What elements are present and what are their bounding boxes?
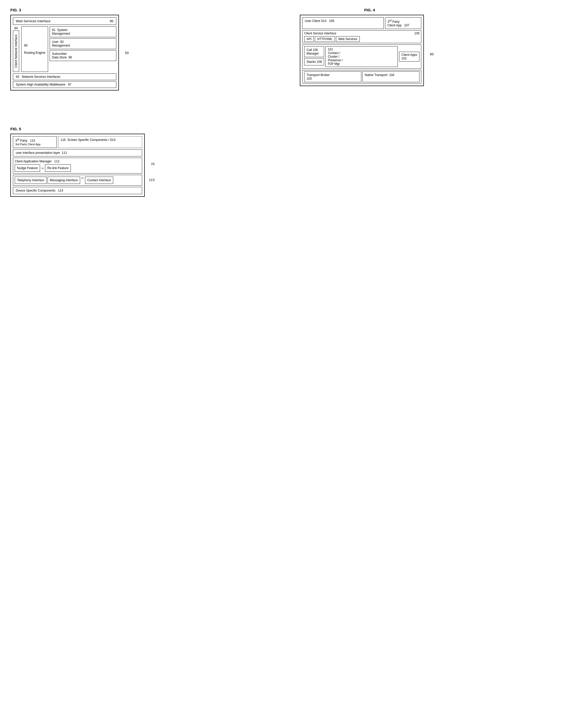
fig3-left-num: 94 (14, 26, 18, 30)
fig3-label: FIG. 3 (10, 8, 119, 12)
top-row: FIG. 3 Web Services Interface 95 94 Clie… (10, 8, 578, 90)
fig4-ref-60: 60 (430, 52, 434, 56)
fig5-telephony: Telephony Interface (15, 177, 46, 184)
fig4-transport-row: Transport Broker 103 Native Transport 10… (302, 70, 421, 83)
fig4-web-services: Web Services (336, 36, 360, 42)
fig4-middle-section: Call 100Manager Stacks 108 101Contact /C… (302, 44, 421, 69)
fig5-relink-feature: Re-link Feature (45, 164, 71, 172)
fig3-system-mgmt: 91 SystemManagement (50, 26, 116, 37)
fig4-top-row: User Client GUI 106 3rd PartyClient App … (302, 17, 421, 29)
fig4-contact-cluster: 101Contact /Cluster /Presence /P2P Mgr (326, 46, 398, 67)
fig4-column: FIG. 4 User Client GUI 106 3rd PartyClie… (300, 8, 424, 90)
fig5-device-specific: Device Specific Components 114 (13, 187, 142, 194)
fig3-user-mgmt: User 92Management (50, 38, 116, 49)
fig4-http-xml: HTTP/XML (315, 36, 335, 42)
main-layout: FIG. 3 Web Services Interface 95 94 Clie… (10, 8, 578, 197)
fig5-ref-113: 113 (149, 178, 154, 182)
fig4-diagram: User Client GUI 106 3rd PartyClient App … (300, 15, 424, 86)
fig4-native-transport: Native Transport 104 (362, 71, 419, 82)
fig4-3rd-party-client: 3rd PartyClient App 107 (385, 17, 421, 29)
bottom-row: FIG. 5 3rd Party 115 3rd Party Client Ap… (10, 111, 578, 197)
fig5-messaging: Messaging Interface (47, 177, 80, 184)
fig3-subscriber-data: SubscriberData Store 96 (50, 50, 116, 61)
fig4-stacks: Stacks 108 (304, 58, 324, 65)
fig5-ui-layer: user interface presentation layer 111 (13, 149, 142, 157)
fig3-routing-engine: 90 Routing Engine (21, 26, 48, 72)
fig5-ref-70: 70 (151, 162, 154, 166)
fig5-3rd-party: 3rd Party 115 3rd Party Client App (13, 136, 57, 148)
fig3-high-availability: System High Availability Middleware 97 (13, 81, 116, 88)
fig5-client-app-manager-title: Client Application Manager 112 (15, 160, 140, 163)
fig4-call-col: Call 100Manager Stacks 108 (304, 46, 324, 67)
fig4-client-service-title: Client Service Interface 105 (304, 32, 419, 35)
fig5-contact-interface: Contact Interface (85, 177, 113, 184)
fig5-top-row: 3rd Party 115 3rd Party Client App 116 S… (13, 136, 142, 148)
fig5-dots-1: •• (41, 167, 44, 170)
fig3-title-row: Web Services Interface 95 (13, 17, 116, 25)
fig3-right-col: 91 SystemManagement User 92Management Su… (50, 26, 116, 72)
fig3-inner: 94 Client Network Interface 90 Routing E… (13, 26, 116, 72)
fig4-api-row: API HTTP/XML Web Services (304, 36, 419, 42)
fig3-client-network: Client Network Interface (13, 30, 19, 72)
fig4-label: FIG. 4 (315, 8, 424, 12)
fig4-call-manager: Call 100Manager (304, 46, 324, 57)
fig3-network-services: 93 Network Services Interfaces (13, 74, 116, 80)
fig5-column: FIG. 5 3rd Party 115 3rd Party Client Ap… (10, 127, 145, 197)
fig3-diagram: Web Services Interface 95 94 Client Netw… (10, 15, 119, 90)
fig4-user-client-gui: User Client GUI 106 (302, 17, 384, 29)
fig5-dots-2: •• (81, 177, 84, 184)
fig5-diagram: 3rd Party 115 3rd Party Client App 116 S… (10, 134, 145, 197)
fig5-screen-specific: 116 Screen Specific Components / GUI (58, 136, 142, 148)
fig3-web-services-title: Web Services Interface (16, 19, 50, 23)
fig5-nudge-row: Nudge Feature •• Re-link Feature (15, 164, 140, 172)
fig5-interfaces-row: Telephony Interface Messaging Interface … (13, 175, 142, 186)
fig4-client-apps: Client Apps 102 (399, 52, 419, 62)
fig5-client-app-manager-section: Client Application Manager 112 Nudge Fea… (13, 158, 142, 173)
fig5-nudge-feature: Nudge Feature (15, 164, 40, 172)
fig4-transport-broker: Transport Broker 103 (304, 71, 361, 82)
fig5-label: FIG. 5 (10, 127, 145, 131)
fig4-client-service: Client Service Interface 105 API HTTP/XM… (302, 30, 421, 43)
fig3-column: FIG. 3 Web Services Interface 95 94 Clie… (10, 8, 119, 90)
fig3-ref-50: 50 (125, 51, 129, 55)
fig4-api: API (304, 36, 314, 42)
fig3-title-num: 95 (110, 19, 113, 23)
